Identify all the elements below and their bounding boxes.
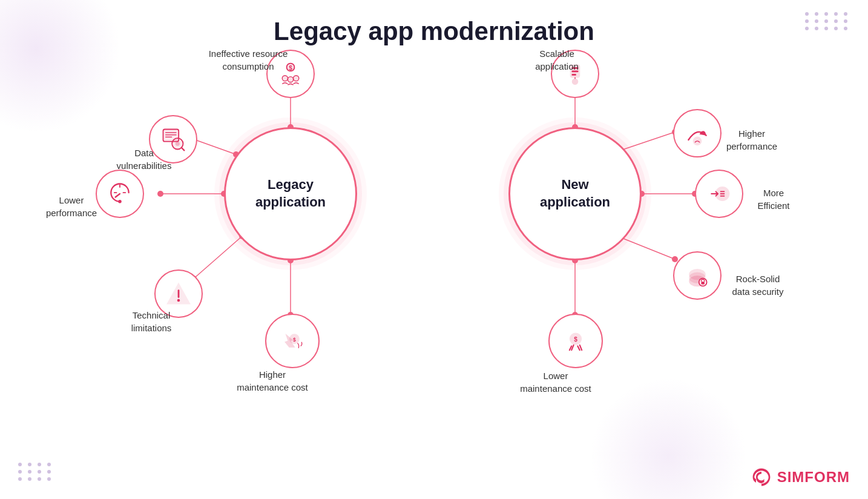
icon-lower-maint: $ — [548, 314, 603, 368]
simform-icon — [751, 466, 772, 488]
svg-point-54 — [177, 299, 180, 302]
svg-line-47 — [182, 148, 185, 151]
svg-point-61 — [572, 79, 577, 84]
svg-point-22 — [157, 191, 163, 197]
svg-point-48 — [118, 200, 122, 203]
label-higher-perf: Higher performance — [722, 127, 782, 153]
label-tech-limit: Technical limitations — [118, 309, 185, 334]
icon-rock-solid — [673, 251, 722, 300]
simform-text: SIMFORM — [777, 469, 850, 486]
svg-rect-72 — [701, 282, 705, 285]
diagram: Legacy application New application $ Ine… — [0, 61, 868, 499]
label-ineffective: Ineffective resource consumption — [206, 47, 291, 73]
simform-logo: SIMFORM — [751, 466, 850, 488]
svg-line-1 — [194, 139, 236, 154]
label-lower-maint: Lower maintenance cost — [513, 369, 598, 395]
svg-rect-60 — [572, 74, 576, 76]
icon-more-efficient — [695, 170, 743, 218]
label-lower-perf: Lower performance — [41, 194, 102, 219]
new-circle-label: New application — [540, 176, 610, 211]
legacy-circle-label: Legacy application — [255, 176, 326, 211]
svg-line-3 — [194, 236, 242, 279]
dots-tr — [805, 12, 850, 30]
svg-text:$: $ — [574, 336, 577, 343]
new-circle: New application — [508, 127, 642, 260]
legacy-circle: Legacy application — [224, 127, 357, 260]
icon-higher-maint: $ — [265, 314, 320, 368]
label-rock-solid: Rock-Solid data security — [722, 273, 794, 298]
label-higher-maint: Higher maintenance cost — [230, 368, 315, 394]
label-more-efficient: More Efficient — [743, 187, 804, 212]
svg-text:$: $ — [293, 337, 296, 343]
svg-point-46 — [176, 142, 180, 146]
icon-lower-perf — [96, 170, 144, 218]
label-scalable: Scalable application — [527, 47, 587, 73]
svg-line-8 — [617, 236, 675, 259]
page-title: Legacy app modernization — [274, 17, 594, 46]
icon-higher-perf — [673, 109, 722, 157]
svg-line-6 — [617, 132, 675, 151]
label-data-vuln: Data vulnerabilities — [114, 147, 174, 172]
